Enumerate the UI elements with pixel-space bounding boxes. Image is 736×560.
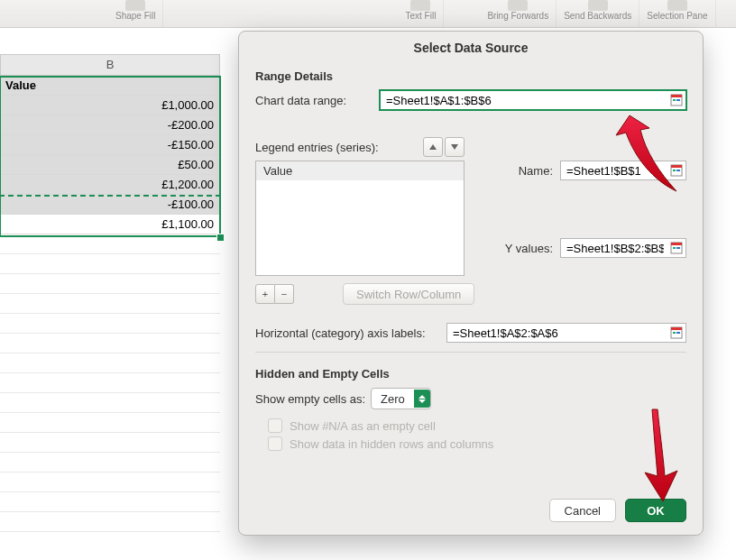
move-series-down-button[interactable]	[445, 137, 465, 157]
axis-labels-label: Horizontal (category) axis labels:	[255, 326, 446, 340]
cell-header-value[interactable]: Value	[0, 76, 220, 96]
chart-data-range-input[interactable]	[380, 90, 686, 110]
series-yvalues-label: Y values:	[490, 242, 560, 255]
ribbon-group-send-backwards[interactable]: Send Backwards	[557, 0, 639, 27]
svg-rect-6	[673, 170, 676, 171]
svg-rect-3	[676, 99, 680, 101]
show-na-checkbox: Show #N/A as an empty cell	[255, 417, 686, 435]
ribbon-group-bring-forwards[interactable]: Bring Forwards	[480, 0, 557, 27]
hidden-empty-heading: Hidden and Empty Cells	[255, 367, 686, 381]
svg-rect-1	[671, 95, 682, 97]
show-empty-label: Show empty cells as:	[255, 392, 365, 406]
range-details-heading: Range Details	[255, 69, 686, 83]
ribbon: Shape Fill Text Fill Bring Forwards Send…	[0, 0, 736, 28]
legend-series-item[interactable]: Value	[256, 161, 464, 180]
svg-rect-14	[673, 332, 676, 334]
range-picker-icon[interactable]	[669, 93, 684, 107]
axis-labels-input[interactable]	[446, 323, 686, 343]
cell-b2[interactable]: £1,000.00	[0, 96, 220, 115]
svg-rect-9	[671, 243, 682, 245]
switch-row-column-button[interactable]: Switch Row/Column	[343, 283, 474, 305]
ribbon-group-shape-fill[interactable]: Shape Fill	[108, 0, 163, 27]
cell-b3[interactable]: -£200.00	[0, 115, 220, 135]
legend-entries-label: Legend entries (series):	[255, 141, 379, 154]
svg-rect-7	[676, 170, 680, 171]
svg-rect-10	[673, 247, 676, 249]
svg-rect-5	[671, 165, 682, 168]
select-data-source-dialog: Select Data Source Range Details Chart d…	[238, 31, 704, 536]
show-hidden-checkbox: Show data in hidden rows and columns	[255, 435, 686, 453]
svg-rect-13	[671, 327, 682, 330]
ribbon-group-selection-pane[interactable]: Selection Pane	[639, 0, 715, 27]
range-picker-icon[interactable]	[669, 326, 684, 340]
cell-b4[interactable]: -£150.00	[0, 135, 220, 155]
dialog-title: Select Data Source	[239, 32, 703, 60]
remove-series-button[interactable]: −	[275, 284, 294, 304]
chart-data-range-label: Chart data range:	[255, 94, 380, 107]
add-series-button[interactable]: +	[255, 284, 275, 304]
show-empty-select[interactable]: Zero	[371, 388, 431, 409]
series-name-input[interactable]	[560, 161, 686, 180]
range-picker-icon[interactable]	[669, 163, 684, 178]
cell-b5[interactable]: £50.00	[0, 155, 220, 175]
spreadsheet: B Value £1,000.00 -£200.00 -£150.00 £50.…	[0, 54, 235, 560]
ok-button[interactable]: OK	[625, 499, 686, 522]
show-empty-value: Zero	[381, 392, 405, 406]
cell-b6[interactable]: £1,200.00	[0, 175, 220, 195]
series-name-label: Name:	[490, 164, 560, 178]
legend-series-list[interactable]: Value	[255, 161, 465, 276]
svg-rect-15	[676, 332, 680, 334]
column-header-b[interactable]: B	[0, 54, 220, 76]
cells-column-b: Value £1,000.00 -£200.00 -£150.00 £50.00…	[0, 76, 220, 532]
cancel-button[interactable]: Cancel	[549, 499, 616, 522]
chevron-updown-icon	[414, 390, 430, 408]
ribbon-group-text-fill[interactable]: Text Fill	[398, 0, 444, 27]
cell-b7[interactable]: -£100.00	[0, 195, 220, 215]
series-yvalues-input[interactable]	[560, 238, 686, 258]
move-series-up-button[interactable]	[423, 137, 443, 157]
cell-b8[interactable]: £1,100.00	[0, 215, 220, 234]
range-picker-icon[interactable]	[669, 241, 684, 255]
svg-rect-11	[676, 247, 680, 249]
svg-rect-2	[673, 99, 676, 101]
